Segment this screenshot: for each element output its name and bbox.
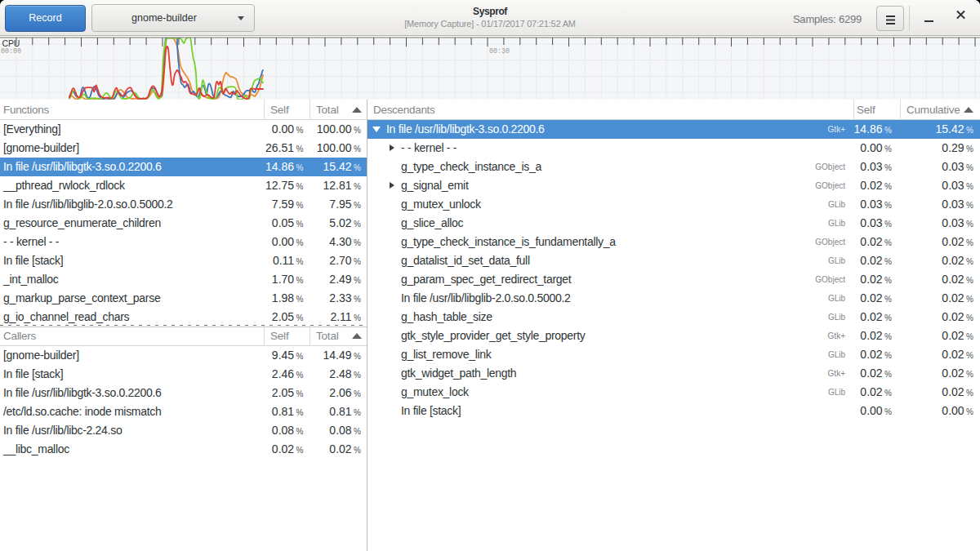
svg-text:00:00: 00:00 [1, 47, 21, 55]
svg-text:00:30: 00:30 [489, 47, 510, 55]
